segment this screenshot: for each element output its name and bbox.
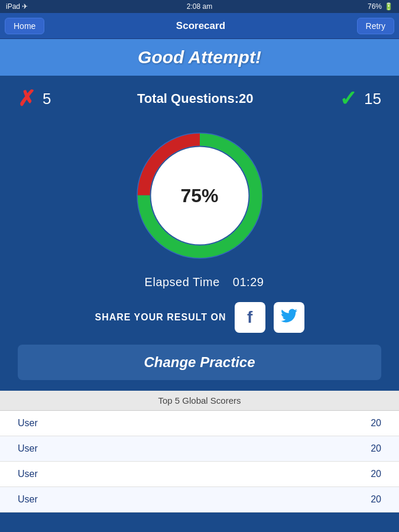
score-row: ✗ 5 Total Questions:20 ✓ 15 — [0, 76, 399, 122]
status-bar: iPad ✈ 2:08 am 76% 🔋 — [0, 0, 399, 13]
scorer-row-4: User 20 — [0, 487, 399, 512]
cross-icon: ✗ — [18, 86, 35, 111]
scorers-header: Top 5 Global Scorers — [0, 391, 399, 411]
result-title: Good Attempt! — [0, 47, 399, 67]
change-practice-button[interactable]: Change Practice — [18, 345, 381, 380]
share-row: SHARE YOUR RESULT ON f — [0, 302, 399, 333]
chart-container: 75% — [0, 128, 399, 264]
elapsed-label: Elapsed Time — [145, 275, 220, 288]
status-left: iPad ✈ — [6, 2, 28, 11]
ipad-label: iPad ✈ — [6, 2, 28, 11]
nav-bar: Home Scorecard Retry — [0, 13, 399, 39]
scorer-score-2: 20 — [371, 443, 381, 454]
wrong-count: 5 — [43, 90, 51, 108]
share-label: SHARE YOUR RESULT ON — [95, 312, 226, 323]
status-time: 2:08 am — [187, 2, 212, 11]
scorer-name-2: User — [18, 443, 38, 454]
twitter-icon — [281, 309, 297, 327]
scorer-row-3: User 20 — [0, 462, 399, 487]
scorer-score-4: 20 — [371, 494, 381, 505]
nav-title: Scorecard — [176, 20, 225, 32]
status-right: 76% 🔋 — [368, 2, 393, 11]
header-banner: Good Attempt! — [0, 39, 399, 76]
retry-button[interactable]: Retry — [357, 18, 394, 34]
total-questions: Total Questions:20 — [137, 91, 253, 106]
facebook-button[interactable]: f — [235, 302, 265, 333]
donut-chart: 75% — [132, 128, 268, 264]
battery-icon: 🔋 — [384, 2, 393, 11]
scorer-name-4: User — [18, 494, 38, 505]
check-icon: ✓ — [339, 86, 357, 111]
home-button[interactable]: Home — [5, 18, 44, 34]
elapsed-value: 01:29 — [233, 275, 264, 288]
scorer-name-3: User — [18, 469, 38, 479]
correct-count: 15 — [364, 90, 381, 108]
donut-percent: 75% — [180, 185, 218, 207]
elapsed-time: Elapsed Time 01:29 — [0, 275, 399, 289]
scorer-row-1: User 20 — [0, 411, 399, 436]
scorers-section: Top 5 Global Scorers User 20 User 20 Use… — [0, 391, 399, 512]
scorer-row-2: User 20 — [0, 436, 399, 462]
battery-percent: 76% — [368, 2, 382, 11]
scorer-score-3: 20 — [371, 469, 381, 479]
scorer-score-1: 20 — [371, 418, 381, 429]
facebook-icon: f — [247, 308, 252, 327]
correct-score: ✓ 15 — [339, 86, 381, 111]
scorer-name-1: User — [18, 418, 38, 429]
twitter-button[interactable] — [274, 302, 304, 333]
donut-center: 75% — [151, 147, 248, 245]
wrong-score: ✗ 5 — [18, 86, 51, 111]
